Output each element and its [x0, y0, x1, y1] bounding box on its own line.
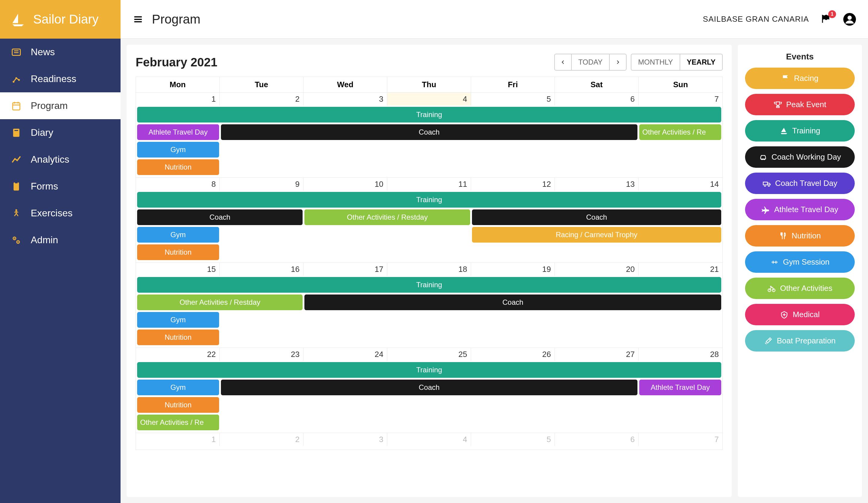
calendar-event[interactable]: Gym [137, 227, 219, 243]
next-button[interactable] [609, 54, 627, 71]
calendar-event[interactable]: Nutrition [137, 330, 219, 345]
event-pill-athlete-travel-day[interactable]: Athlete Travel Day [745, 199, 855, 220]
calendar-event[interactable]: Athlete Travel Day [137, 124, 219, 140]
event-pill-medical[interactable]: Medical [745, 304, 855, 325]
day-cell[interactable]: 8 [136, 178, 220, 191]
calendar-event[interactable]: Nutrition [137, 244, 219, 260]
event-pill-other-activities[interactable]: Other Activities [745, 278, 855, 299]
readiness-icon [11, 74, 22, 84]
calendar-event[interactable]: Nutrition [137, 159, 219, 175]
event-pill-peak-event[interactable]: Peak Event [745, 94, 855, 115]
calendar-event[interactable]: Nutrition [137, 397, 219, 413]
day-header: Fri [471, 77, 555, 93]
day-cell[interactable]: 19 [471, 263, 555, 276]
event-pill-boat-preparation[interactable]: Boat Preparation [745, 330, 855, 352]
calendar-event[interactable]: Training [137, 192, 721, 208]
brand[interactable]: Sailor Diary [0, 0, 121, 39]
day-cell[interactable]: 6 [555, 93, 639, 105]
prev-button[interactable] [554, 54, 571, 71]
day-cell[interactable]: 6 [555, 433, 639, 446]
day-cell[interactable]: 16 [220, 263, 303, 276]
event-pill-label: Coach Working Day [772, 152, 841, 162]
calendar-event[interactable]: Racing / Carneval Trophy [472, 227, 721, 243]
event-pill-racing[interactable]: Racing [745, 68, 855, 89]
day-cell[interactable]: 17 [303, 263, 387, 276]
sidebar-item-label: News [31, 47, 55, 58]
day-header: Tue [220, 77, 303, 93]
flag-icon [782, 74, 790, 83]
day-cell[interactable]: 25 [387, 348, 471, 361]
event-pill-coach-travel-day[interactable]: Coach Travel Day [745, 173, 855, 194]
notifications-button[interactable]: 1 [820, 13, 833, 26]
day-cell[interactable]: 13 [555, 178, 639, 191]
day-cell[interactable]: 7 [639, 433, 722, 446]
calendar-event[interactable]: Coach [221, 380, 638, 395]
calendar-event[interactable]: Coach [221, 124, 638, 140]
day-cell[interactable]: 18 [387, 263, 471, 276]
day-cell[interactable]: 26 [471, 348, 555, 361]
day-cell[interactable]: 10 [303, 178, 387, 191]
calendar-event[interactable]: Athlete Travel Day [639, 380, 721, 395]
monthly-button[interactable]: MONTHLY [631, 54, 680, 71]
day-cell[interactable]: 12 [471, 178, 555, 191]
calendar-event[interactable]: Gym [137, 380, 219, 395]
day-cell[interactable]: 14 [639, 178, 722, 191]
calendar-event[interactable]: Other Activities / Restday [304, 209, 470, 225]
day-cell[interactable]: 7 [639, 93, 722, 105]
day-cell[interactable]: 2 [220, 93, 303, 105]
day-cell[interactable]: 3 [303, 433, 387, 446]
day-cell[interactable]: 3 [303, 93, 387, 105]
day-cell[interactable]: 22 [136, 348, 220, 361]
sidebar-item-analytics[interactable]: Analytics [0, 146, 121, 173]
sailboat-icon [780, 127, 788, 135]
day-cell[interactable]: 1 [136, 93, 220, 105]
sidebar-item-admin[interactable]: Admin [0, 227, 121, 253]
day-cell[interactable]: 1 [136, 433, 220, 446]
yearly-button[interactable]: YEARLY [680, 54, 723, 71]
calendar-event[interactable]: Coach [137, 209, 302, 225]
event-pill-training[interactable]: Training [745, 120, 855, 141]
day-cell[interactable]: 21 [639, 263, 722, 276]
calendar-event[interactable]: Other Activities / Re [639, 124, 721, 140]
today-button[interactable]: TODAY [571, 54, 609, 71]
chevron-left-icon [560, 59, 566, 65]
calendar-event[interactable]: Coach [304, 294, 721, 310]
day-cell[interactable]: 4 [387, 93, 471, 105]
calendar-event[interactable]: Training [137, 107, 721, 122]
cal-nav-group: TODAY [554, 54, 627, 71]
sidebar-item-news[interactable]: News [0, 39, 121, 66]
menu-icon[interactable] [133, 15, 143, 24]
calendar-event[interactable]: Other Activities / Restday [137, 294, 302, 310]
day-cell[interactable]: 2 [220, 433, 303, 446]
day-header: Thu [387, 77, 471, 93]
day-cell[interactable]: 27 [555, 348, 639, 361]
day-cell[interactable]: 24 [303, 348, 387, 361]
day-cell[interactable]: 5 [471, 433, 555, 446]
sidebar-item-exercises[interactable]: Exercises [0, 200, 121, 227]
trophy-icon [774, 100, 782, 109]
day-cell[interactable]: 9 [220, 178, 303, 191]
day-cell[interactable]: 28 [639, 348, 722, 361]
day-cell[interactable]: 15 [136, 263, 220, 276]
calendar-event[interactable]: Coach [472, 209, 721, 225]
event-pill-coach-working-day[interactable]: Coach Working Day [745, 146, 855, 168]
day-cell[interactable]: 20 [555, 263, 639, 276]
day-header: Sun [639, 77, 722, 93]
event-pill-nutrition[interactable]: Nutrition [745, 225, 855, 247]
event-pill-label: Racing [794, 74, 818, 83]
calendar-event[interactable]: Training [137, 277, 721, 293]
day-cell[interactable]: 4 [387, 433, 471, 446]
user-icon[interactable] [843, 13, 856, 26]
day-cell[interactable]: 11 [387, 178, 471, 191]
calendar-event[interactable]: Other Activities / Re [137, 415, 219, 430]
calendar-event[interactable]: Gym [137, 312, 219, 328]
day-cell[interactable]: 23 [220, 348, 303, 361]
sidebar-item-readiness[interactable]: Readiness [0, 66, 121, 92]
sidebar-item-diary[interactable]: Diary [0, 119, 121, 146]
day-cell[interactable]: 5 [471, 93, 555, 105]
sidebar-item-program[interactable]: Program [0, 92, 121, 119]
event-pill-gym-session[interactable]: Gym Session [745, 251, 855, 273]
sidebar-item-forms[interactable]: Forms [0, 173, 121, 200]
calendar-event[interactable]: Gym [137, 142, 219, 158]
calendar-event[interactable]: Training [137, 362, 721, 378]
